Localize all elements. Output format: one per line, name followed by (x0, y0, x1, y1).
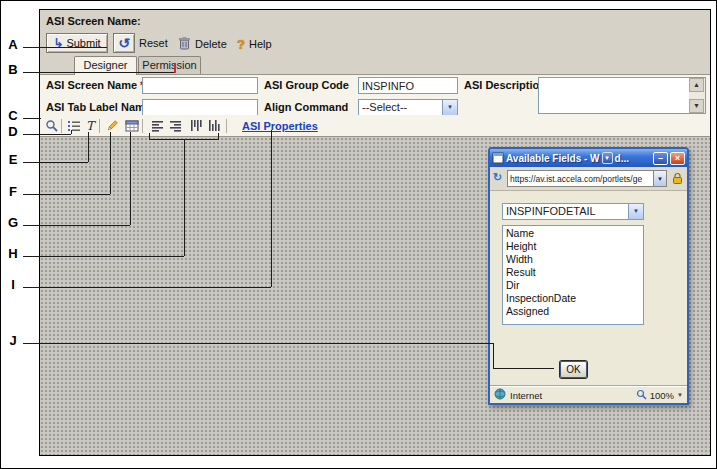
screen-name-input[interactable] (142, 77, 258, 94)
annotation-line (23, 194, 110, 195)
window-icon (492, 152, 504, 164)
field-item[interactable]: Result (503, 266, 643, 279)
annotation-label-c: C (5, 108, 21, 123)
zoom-tool-icon[interactable] (44, 118, 60, 134)
asi-properties-link[interactable]: ASI Properties (242, 120, 318, 132)
tab-label-input[interactable] (142, 99, 258, 116)
annotation-line (493, 368, 554, 369)
scroll-down-icon[interactable]: ▼ (689, 99, 704, 113)
delete-label: Delete (195, 38, 227, 50)
annotation-label-a: A (5, 37, 21, 52)
zoom-level: 100% (650, 390, 674, 401)
available-fields-window: Available Fields - W ▼ d... – × ↻ https:… (488, 147, 689, 405)
annotation-line (184, 139, 185, 256)
minimize-button[interactable]: – (653, 152, 668, 165)
separator (142, 119, 143, 133)
help-icon: ? (237, 37, 245, 52)
address-input[interactable]: https://av.ist.accela.com/portlets/ge (507, 170, 654, 187)
annotation-line (23, 118, 41, 119)
address-url: https://av.ist.accela.com/portlets/ge (510, 174, 642, 184)
field-item[interactable]: Assigned (503, 305, 643, 318)
chevron-down-icon: ▼ (628, 204, 643, 219)
popup-body: INSPINFODETAIL ▼ Name Height Width Resul… (490, 191, 687, 386)
close-icon[interactable]: × (670, 152, 685, 165)
separator (226, 119, 227, 133)
reset-label: Reset (139, 37, 168, 49)
annotation-line (23, 287, 271, 288)
align-command-value: --Select-- (362, 101, 407, 113)
popup-titlebar[interactable]: Available Fields - W ▼ d... – × (490, 149, 687, 167)
reset-icon-box: ↺ (113, 33, 135, 53)
align-left-icon[interactable] (150, 118, 166, 134)
window-title: ASI Screen Name: (46, 15, 141, 27)
annotation-line (130, 132, 131, 225)
annotation-label-d: D (5, 124, 21, 139)
address-dropdown-icon[interactable]: ▼ (654, 170, 667, 187)
help-label: Help (249, 38, 272, 50)
zoom-control[interactable]: 100% ▼ (636, 389, 683, 402)
zoom-icon (636, 389, 647, 402)
annotation-label-e: E (5, 152, 21, 167)
screen-name-label: ASI Screen Name* (46, 79, 144, 91)
annotation-label-g: G (5, 215, 21, 230)
reset-button[interactable]: ↺ Reset (113, 33, 168, 53)
fields-listbox[interactable]: Name Height Width Result Dir InspectionD… (502, 225, 644, 325)
pencil-icon[interactable] (104, 118, 120, 134)
italic-text-icon[interactable]: T (82, 118, 98, 134)
annotation-line (23, 72, 175, 73)
submit-button[interactable]: ↳ Submit (46, 33, 108, 53)
annotation-label-h: H (5, 246, 21, 261)
field-item[interactable]: Dir (503, 279, 643, 292)
svg-text:T: T (86, 119, 97, 133)
annotation-line (71, 130, 72, 134)
textarea-scrollbar[interactable]: ▲ ▼ (689, 78, 705, 113)
annotation-line (23, 47, 107, 48)
annotation-line (23, 162, 88, 163)
scroll-up-icon[interactable]: ▲ (689, 78, 704, 92)
field-item[interactable]: InspectionDate (503, 292, 643, 305)
ok-button[interactable]: OK (560, 361, 587, 378)
group-code-input[interactable] (358, 77, 458, 94)
trash-icon (178, 36, 191, 52)
annotation-line (23, 134, 71, 135)
field-item[interactable]: Name (503, 227, 643, 240)
popup-title: Available Fields - W (506, 153, 600, 164)
annotation-label-j: J (5, 333, 21, 348)
annotation-line (149, 139, 219, 140)
popup-title-suffix: d... (615, 153, 629, 164)
field-group-select[interactable]: INSPINFODETAIL ▼ (502, 203, 644, 220)
annotation-line (23, 256, 184, 257)
annotation-line (110, 132, 111, 194)
screenshot-root: A B C D E F G H I J ASI Screen Name: ↳ S… (0, 0, 717, 469)
annotation-line (23, 225, 130, 226)
annotation-line (23, 343, 493, 344)
table-icon[interactable] (124, 118, 140, 134)
annotation-line (271, 130, 272, 287)
title-truncation-icon: ▼ (602, 152, 613, 164)
description-textarea[interactable]: ▲ ▼ (538, 77, 706, 114)
status-bar: Internet 100% ▼ (490, 386, 687, 403)
annotation-label-f: F (5, 184, 21, 199)
align-top-icon[interactable] (188, 118, 204, 134)
field-item[interactable]: Height (503, 240, 643, 253)
address-bar: ↻ https://av.ist.accela.com/portlets/ge … (490, 167, 687, 191)
annotation-label-b: B (5, 62, 21, 77)
delete-button[interactable]: Delete (178, 34, 227, 54)
field-group-value: INSPINFODETAIL (506, 205, 596, 217)
lock-icon[interactable] (669, 171, 685, 186)
zone-label: Internet (510, 390, 542, 401)
help-button[interactable]: ? Help (237, 34, 272, 54)
field-item[interactable]: Width (503, 253, 643, 266)
format-toolbar: T ASI Properties (40, 115, 710, 137)
annotation-line (149, 133, 150, 139)
align-bottom-icon[interactable] (206, 118, 222, 134)
annotation-line (493, 343, 494, 368)
form-area: ASI Screen Name* ASI Group Code ASI Desc… (40, 74, 710, 115)
align-command-select[interactable]: --Select-- ▼ (358, 99, 458, 116)
tab-label-name-text: ASI Tab Label Name (46, 101, 151, 113)
numbered-list-icon[interactable] (66, 118, 82, 134)
reset-icon: ↺ (118, 36, 130, 50)
separator (61, 119, 62, 133)
align-right-icon[interactable] (168, 118, 184, 134)
separator (99, 119, 100, 133)
